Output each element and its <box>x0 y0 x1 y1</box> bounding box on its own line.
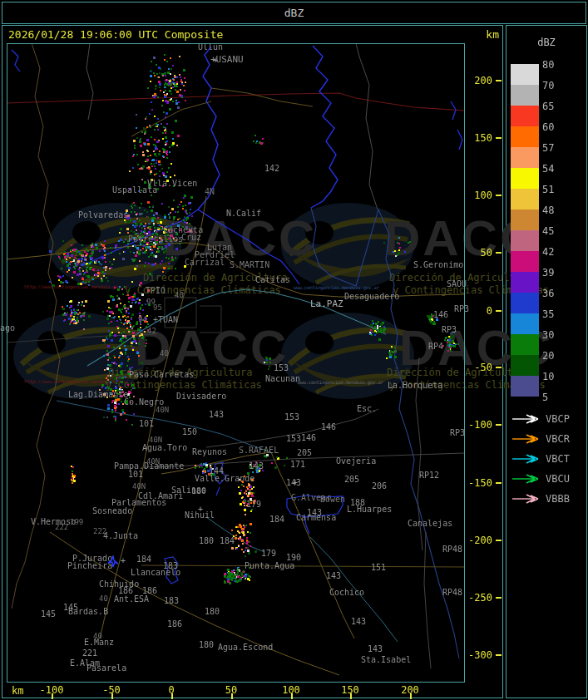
scale-swatch <box>511 210 539 230</box>
scale-swatch <box>511 64 539 85</box>
right-axis-tick <box>496 482 502 484</box>
vector-label: VBCT <box>546 453 570 465</box>
right-axis-tick <box>496 195 502 196</box>
right-axis-tick <box>496 540 502 541</box>
scale-swatch <box>511 147 539 168</box>
scale-value-label: 70 <box>542 80 571 91</box>
scale-swatch <box>511 272 539 293</box>
right-axis-tick <box>496 80 502 81</box>
arrow-icon <box>510 453 541 465</box>
scale-value-label: 80 <box>542 59 571 71</box>
scale-swatch <box>511 126 539 147</box>
right-axis-tick-label: -250 <box>459 592 492 604</box>
arrow-icon <box>510 473 541 485</box>
vector-arrow-vbcr <box>510 432 541 446</box>
right-axis-tick-label: 50 <box>459 247 492 259</box>
scale-value-label: 45 <box>542 225 571 237</box>
bottom-axis-tick <box>350 693 352 699</box>
scale-value-label: 65 <box>542 101 571 112</box>
scale-value-label: 36 <box>542 288 571 299</box>
scale-swatch <box>511 334 539 355</box>
right-axis-tick <box>496 367 502 368</box>
scale-swatch <box>511 355 539 376</box>
vector-arrow-vbbb <box>510 492 541 505</box>
scale-swatch <box>511 106 539 126</box>
scale-value-label: 39 <box>542 267 571 279</box>
radar-echo-layer <box>7 43 465 683</box>
right-axis-tick-label: -300 <box>459 649 492 661</box>
right-axis-tick <box>496 424 502 426</box>
vector-arrow-vbcp <box>510 412 541 426</box>
right-axis-tick-label: 150 <box>459 132 492 144</box>
scale-value-label: 20 <box>542 350 571 362</box>
timestamp-text: 2026/01/28 19:06:00 UTC Composite <box>8 28 223 41</box>
station-icon <box>106 555 120 570</box>
scale-swatch <box>511 85 539 106</box>
right-axis-tick-label: -150 <box>459 477 492 489</box>
scale-value-label: 10 <box>542 371 571 382</box>
right-axis-tick-label: -100 <box>459 419 492 431</box>
scale-value-label: 42 <box>542 246 571 258</box>
scale-value-label: 48 <box>542 205 571 216</box>
right-axis-tick-label: 200 <box>459 75 492 86</box>
arrow-icon <box>510 433 541 445</box>
scale-swatch <box>511 189 539 210</box>
scale-swatch <box>511 376 539 397</box>
scale-value-label: 35 <box>542 308 571 320</box>
bottom-axis-tick <box>171 693 173 699</box>
bottom-axis-tick <box>52 693 53 699</box>
right-axis-tick <box>496 310 502 312</box>
right-axis-tick <box>496 597 502 599</box>
bottom-axis-tick <box>291 693 293 699</box>
bottom-axis-unit: km <box>12 685 23 697</box>
right-axis-tick-label: -200 <box>459 535 492 546</box>
scale-swatch <box>511 168 539 189</box>
legend-title: dBZ <box>506 37 587 48</box>
scale-value-label: 5 <box>542 392 571 403</box>
scale-swatch <box>511 251 539 272</box>
right-axis-tick <box>496 137 502 139</box>
right-axis-unit: km <box>459 28 499 41</box>
arrow-icon <box>510 493 541 505</box>
right-axis-tick-label: -50 <box>459 362 492 373</box>
bottom-axis-tick <box>410 693 412 699</box>
vector-arrow-vbct <box>510 452 541 466</box>
radar-app-window: dBZ 2026/01/28 19:06:00 UTC Composite km… <box>0 0 588 700</box>
right-axis-tick-label: 0 <box>459 305 492 317</box>
scale-value-label: 54 <box>542 163 571 175</box>
right-axis-tick <box>496 654 502 656</box>
vector-label: VBCP <box>546 413 570 425</box>
right-axis-tick <box>496 252 502 254</box>
bottom-axis-tick <box>111 693 113 699</box>
scale-value-label: 60 <box>542 121 571 133</box>
vector-label: VBCU <box>546 473 570 485</box>
scale-swatch <box>511 293 539 313</box>
arrow-icon <box>510 413 541 425</box>
scale-swatch <box>511 313 539 334</box>
scale-value-label: 57 <box>542 142 571 154</box>
scale-swatch <box>511 230 539 251</box>
scale-value-label: 51 <box>542 184 571 195</box>
right-axis-tick-label: 100 <box>459 190 492 201</box>
vector-label: VBBB <box>546 493 570 505</box>
scale-value-label: 30 <box>542 329 571 341</box>
vector-arrow-vbcu <box>510 472 541 486</box>
bottom-axis-tick <box>231 693 233 699</box>
vector-label: VBCR <box>546 433 570 445</box>
